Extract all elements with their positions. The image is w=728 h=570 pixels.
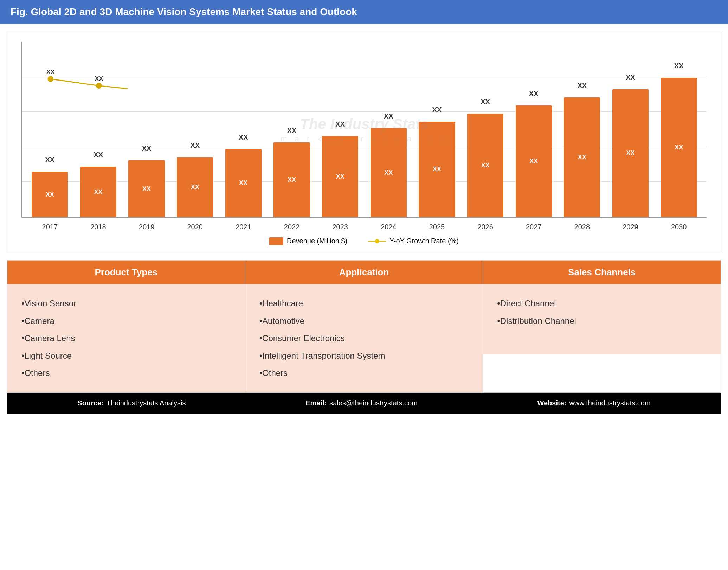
bar-mid-label-2030: XX [675,144,683,151]
bar-top-label-2022: XX [287,127,297,135]
card-product-types: Product Types•Vision Sensor•Camera•Camer… [7,261,245,392]
legend-bar-icon [269,237,283,245]
footer: Source: Theindustrystats Analysis Email:… [7,393,721,414]
bar-mid-label-2027: XX [529,158,538,165]
card-body-sales-channels: •Direct Channel•Distribution Channel [483,284,721,354]
bar-mid-label-2025: XX [433,166,441,173]
bar-top-label-2029: XX [626,73,635,82]
x-label-2025: 2025 [429,223,445,231]
legend-revenue: Revenue (Million $) [269,237,347,245]
bar-2030: XXXX [661,78,697,217]
bar-2020: XXXX [177,157,213,217]
card-sales-channels: Sales Channels•Direct Channel•Distributi… [483,261,721,392]
chart-title: Fig. Global 2D and 3D Machine Vision Sys… [11,6,357,17]
footer-website: Website: www.theindustrystats.com [537,399,650,407]
card-item: •Healthcare [259,295,469,312]
card-body-application: •Healthcare•Automotive•Consumer Electron… [245,284,483,392]
bar-group-2023: XXXX2023 [316,49,365,217]
bar-top-label-2021: XX [239,133,248,141]
chart-area: The Industry Stats m a r k e t r e s e a… [21,42,707,218]
footer-source-label: Source: [77,399,103,407]
x-label-2019: 2019 [139,223,155,231]
card-header-product-types: Product Types [7,261,245,284]
bar-group-2025: XXXX2025 [413,49,461,217]
card-header-application: Application [245,261,483,284]
bar-mid-label-2026: XX [481,161,490,169]
card-item: •Camera [21,312,231,330]
bar-mid-label-2022: XX [288,176,296,184]
bar-2021: XXXX [225,149,262,217]
bar-group-2028: XXXX2028 [558,49,606,217]
bar-group-2026: XXXX2026 [461,49,510,217]
bar-2017: XXXX [32,172,68,217]
bar-top-label-2025: XX [432,106,442,114]
x-label-2022: 2022 [284,223,300,231]
chart-container: The Industry Stats m a r k e t r e s e a… [21,42,707,246]
bar-2022: XXXX [273,142,310,217]
footer-email-value: sales@theindustrystats.com [329,399,417,407]
bar-top-label-2027: XX [529,90,539,98]
footer-website-label: Website: [537,399,566,407]
x-label-2028: 2028 [574,223,590,231]
bar-group-2027: XXXX2027 [509,49,558,217]
legend-line-icon [368,237,386,245]
bar-mid-label-2024: XX [384,169,393,176]
legend-line-label: Y-oY Growth Rate (%) [389,237,459,245]
x-label-2017: 2017 [42,223,58,231]
card-item: •Light Source [21,347,231,365]
bar-group-2022: XXXX2022 [268,49,316,217]
footer-email: Email: sales@theindustrystats.com [305,399,417,407]
x-label-2030: 2030 [671,223,687,231]
bar-top-label-2023: XX [335,120,345,128]
bar-top-label-2030: XX [674,62,684,70]
card-item: •Direct Channel [497,295,707,312]
card-item: •Automotive [259,312,469,330]
card-item: •Intelligent Transportation System [259,347,469,365]
card-body-product-types: •Vision Sensor•Camera•Camera Lens•Light … [7,284,245,392]
footer-website-value: www.theindustrystats.com [569,399,650,407]
x-label-2027: 2027 [526,223,542,231]
bar-mid-label-2019: XX [142,185,151,192]
bar-group-2019: XXXX2019 [122,49,171,217]
footer-source-value: Theindustrystats Analysis [107,399,186,407]
chart-section: The Industry Stats m a r k e t r e s e a… [7,31,721,253]
legend-bar-label: Revenue (Million $) [287,237,347,245]
svg-point-29 [375,239,379,243]
bar-mid-label-2029: XX [626,149,634,157]
bar-2024: XXXX [371,128,407,217]
bar-top-label-2024: XX [384,112,393,120]
card-item: •Camera Lens [21,329,231,347]
bar-mid-label-2021: XX [239,179,247,187]
bar-group-2020: XXXX2020 [171,49,219,217]
bar-top-label-2020: XX [190,141,200,149]
bar-2028: XXXX [564,97,600,217]
x-label-2026: 2026 [477,223,493,231]
legend-growth: Y-oY Growth Rate (%) [368,237,459,245]
bar-group-2029: XXXX2029 [606,49,655,217]
card-item: •Distribution Channel [497,312,707,330]
bar-mid-label-2018: XX [94,188,102,196]
bar-2023: XXXX [322,136,358,217]
bar-2026: XXXX [467,114,503,217]
card-item: •Consumer Electronics [259,329,469,347]
bar-top-label-2028: XX [578,82,587,90]
bar-2019: XXXX [128,160,165,217]
card-header-sales-channels: Sales Channels [483,261,721,284]
card-item: •Others [259,364,469,382]
x-label-2029: 2029 [623,223,638,231]
x-label-2023: 2023 [332,223,348,231]
bar-top-label-2017: XX [45,156,54,164]
bar-group-2017: XXXX2017 [26,49,74,217]
bar-mid-label-2020: XX [191,183,199,191]
card-application: Application•Healthcare•Automotive•Consum… [245,261,483,392]
x-label-2021: 2021 [236,223,251,231]
bar-group-2024: XXXX2024 [364,49,413,217]
footer-email-label: Email: [305,399,327,407]
cards-section: Product Types•Vision Sensor•Camera•Camer… [7,260,721,393]
bar-top-label-2018: XX [94,151,103,159]
bar-group-2018: XXXX2018 [74,49,123,217]
bar-mid-label-2017: XX [46,191,54,198]
bar-top-label-2019: XX [142,145,152,153]
bar-top-label-2026: XX [481,98,490,106]
bar-mid-label-2023: XX [336,173,344,180]
